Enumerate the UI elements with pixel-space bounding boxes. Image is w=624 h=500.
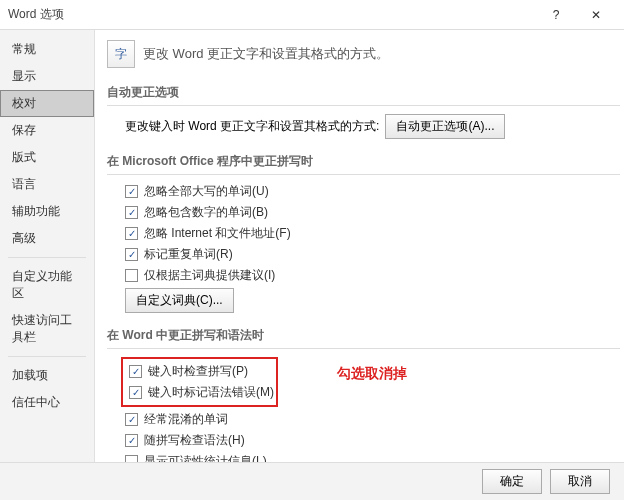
custom-dict-button[interactable]: 自定义词典(C)... [125,288,234,313]
option-label: 经常混淆的单词 [144,411,228,428]
sidebar-item[interactable]: 显示 [0,63,94,90]
option-label: 仅根据主词典提供建议(I) [144,267,275,284]
sidebar-item[interactable]: 快速访问工具栏 [0,307,94,351]
section-word-title: 在 Word 中更正拼写和语法时 [107,323,620,349]
checkbox-grammar[interactable] [129,386,142,399]
option-label: 忽略 Internet 和文件地址(F) [144,225,291,242]
proofing-icon: 字 [107,40,135,68]
section-office-title: 在 Microsoft Office 程序中更正拼写时 [107,149,620,175]
checkbox[interactable] [125,227,138,240]
ok-button[interactable]: 确定 [482,469,542,494]
checkbox[interactable] [125,206,138,219]
sidebar-item[interactable]: 版式 [0,144,94,171]
option-label: 随拼写检查语法(H) [144,432,245,449]
section-autocorrect-title: 自动更正选项 [107,80,620,106]
autocorrect-row: 更改键入时 Word 更正文字和设置其格式的方式: 自动更正选项(A)... [107,112,620,141]
sidebar: 常规 显示 校对 保存 版式 语言 辅助功能 高级 自定义功能区 快速访问工具栏… [0,30,95,468]
option-label: 标记重复单词(R) [144,246,233,263]
checkbox[interactable] [125,248,138,261]
titlebar: Word 选项 ? ✕ [0,0,624,30]
sidebar-item[interactable]: 保存 [0,117,94,144]
help-button[interactable]: ? [536,1,576,29]
cancel-button[interactable]: 取消 [550,469,610,494]
main-area: 常规 显示 校对 保存 版式 语言 辅助功能 高级 自定义功能区 快速访问工具栏… [0,30,624,468]
checkbox[interactable] [125,185,138,198]
sidebar-item[interactable]: 高级 [0,225,94,252]
highlighted-box: 键入时检查拼写(P) 键入时标记语法错误(M) [121,357,278,407]
annotation-text: 勾选取消掉 [337,365,407,383]
option-label: 忽略全部大写的单词(U) [144,183,269,200]
dialog-footer: 确定 取消 [0,462,624,500]
window-title: Word 选项 [8,6,536,23]
autocorrect-options-button[interactable]: 自动更正选项(A)... [385,114,505,139]
sidebar-item[interactable]: 辅助功能 [0,198,94,225]
page-header-text: 更改 Word 更正文字和设置其格式的方式。 [143,45,389,63]
page-header: 字 更改 Word 更正文字和设置其格式的方式。 [107,40,620,68]
checkbox[interactable] [125,413,138,426]
option-label: 忽略包含数字的单词(B) [144,204,268,221]
sidebar-item-selected[interactable]: 校对 [0,90,94,117]
checkbox-spell[interactable] [129,365,142,378]
autocorrect-label: 更改键入时 Word 更正文字和设置其格式的方式: [125,118,379,135]
content-pane: 字 更改 Word 更正文字和设置其格式的方式。 自动更正选项 更改键入时 Wo… [95,30,624,468]
sidebar-item[interactable]: 加载项 [0,362,94,389]
option-label: 键入时标记语法错误(M) [148,384,274,401]
checkbox[interactable] [125,269,138,282]
sidebar-item[interactable]: 常规 [0,36,94,63]
separator [8,257,86,258]
sidebar-item[interactable]: 自定义功能区 [0,263,94,307]
option-label: 键入时检查拼写(P) [148,363,248,380]
sidebar-item[interactable]: 语言 [0,171,94,198]
close-button[interactable]: ✕ [576,1,616,29]
separator [8,356,86,357]
sidebar-item[interactable]: 信任中心 [0,389,94,416]
checkbox[interactable] [125,434,138,447]
